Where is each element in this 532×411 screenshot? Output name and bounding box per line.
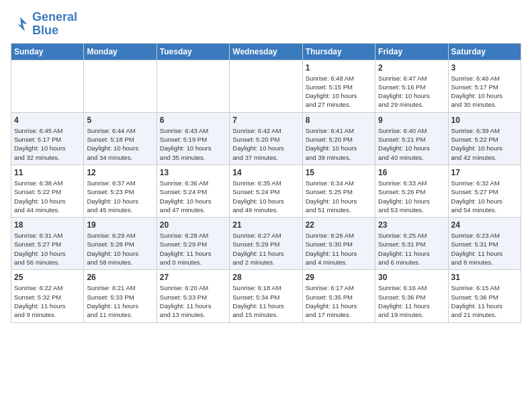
- day-info: Sunrise: 6:25 AM Sunset: 5:31 PM Dayligh…: [378, 231, 445, 267]
- calendar-week-row: 1Sunrise: 6:48 AM Sunset: 5:15 PM Daylig…: [11, 60, 521, 112]
- day-info: Sunrise: 6:28 AM Sunset: 5:29 PM Dayligh…: [160, 231, 226, 267]
- calendar-cell: 11Sunrise: 6:38 AM Sunset: 5:22 PM Dayli…: [11, 165, 84, 217]
- day-number: 9: [378, 116, 445, 125]
- calendar-cell: 18Sunrise: 6:31 AM Sunset: 5:27 PM Dayli…: [11, 218, 84, 270]
- day-number: 4: [14, 116, 81, 125]
- day-number: 16: [378, 168, 445, 177]
- day-number: 2: [378, 63, 445, 73]
- day-header-thursday: Thursday: [302, 43, 375, 60]
- day-info: Sunrise: 6:22 AM Sunset: 5:32 PM Dayligh…: [14, 283, 81, 319]
- day-info: Sunrise: 6:44 AM Sunset: 5:18 PM Dayligh…: [87, 126, 153, 162]
- calendar-table: SundayMondayTuesdayWednesdayThursdayFrid…: [11, 43, 521, 323]
- day-info: Sunrise: 6:40 AM Sunset: 5:21 PM Dayligh…: [378, 126, 445, 162]
- calendar-cell: 1Sunrise: 6:48 AM Sunset: 5:15 PM Daylig…: [302, 60, 375, 112]
- day-number: 5: [87, 116, 153, 125]
- day-info: Sunrise: 6:46 AM Sunset: 5:17 PM Dayligh…: [451, 74, 518, 109]
- day-info: Sunrise: 6:16 AM Sunset: 5:36 PM Dayligh…: [378, 283, 445, 319]
- day-info: Sunrise: 6:20 AM Sunset: 5:33 PM Dayligh…: [160, 283, 226, 319]
- svg-marker-0: [18, 17, 28, 31]
- day-number: 27: [160, 273, 226, 282]
- calendar-cell: 15Sunrise: 6:34 AM Sunset: 5:25 PM Dayli…: [302, 165, 375, 217]
- day-number: 31: [451, 273, 518, 282]
- calendar-cell: 20Sunrise: 6:28 AM Sunset: 5:29 PM Dayli…: [157, 218, 229, 270]
- calendar-cell: [230, 60, 302, 112]
- page-header: General Blue: [11, 11, 521, 38]
- day-header-friday: Friday: [375, 43, 448, 60]
- day-info: Sunrise: 6:43 AM Sunset: 5:19 PM Dayligh…: [160, 126, 226, 162]
- day-number: 29: [306, 273, 372, 282]
- calendar-cell: 16Sunrise: 6:33 AM Sunset: 5:26 PM Dayli…: [375, 165, 448, 217]
- day-info: Sunrise: 6:17 AM Sunset: 5:35 PM Dayligh…: [306, 283, 372, 319]
- day-number: 8: [306, 116, 372, 125]
- calendar-cell: 13Sunrise: 6:36 AM Sunset: 5:24 PM Dayli…: [157, 165, 229, 217]
- day-number: 28: [232, 273, 299, 282]
- calendar-cell: 26Sunrise: 6:21 AM Sunset: 5:33 PM Dayli…: [84, 270, 157, 322]
- day-number: 10: [451, 116, 518, 125]
- day-info: Sunrise: 6:18 AM Sunset: 5:34 PM Dayligh…: [232, 283, 299, 319]
- day-number: 24: [451, 220, 518, 230]
- day-header-sunday: Sunday: [11, 43, 84, 60]
- day-number: 22: [306, 220, 372, 230]
- calendar-cell: [84, 60, 157, 112]
- day-number: 6: [160, 116, 226, 125]
- calendar-week-row: 18Sunrise: 6:31 AM Sunset: 5:27 PM Dayli…: [11, 218, 521, 270]
- calendar-cell: [157, 60, 229, 112]
- day-header-monday: Monday: [84, 43, 157, 60]
- day-info: Sunrise: 6:39 AM Sunset: 5:22 PM Dayligh…: [451, 126, 518, 162]
- day-number: 18: [14, 220, 81, 230]
- day-info: Sunrise: 6:45 AM Sunset: 5:17 PM Dayligh…: [14, 126, 81, 162]
- calendar-cell: 10Sunrise: 6:39 AM Sunset: 5:22 PM Dayli…: [448, 112, 521, 165]
- day-header-tuesday: Tuesday: [157, 43, 229, 60]
- day-info: Sunrise: 6:36 AM Sunset: 5:24 PM Dayligh…: [160, 179, 226, 214]
- day-header-wednesday: Wednesday: [230, 43, 302, 60]
- logo-icon: [11, 15, 30, 34]
- calendar-cell: 6Sunrise: 6:43 AM Sunset: 5:19 PM Daylig…: [157, 112, 229, 165]
- day-number: 7: [232, 116, 299, 125]
- day-info: Sunrise: 6:48 AM Sunset: 5:15 PM Dayligh…: [306, 74, 372, 109]
- day-info: Sunrise: 6:21 AM Sunset: 5:33 PM Dayligh…: [87, 283, 153, 319]
- day-number: 19: [87, 220, 153, 230]
- calendar-cell: 17Sunrise: 6:32 AM Sunset: 5:27 PM Dayli…: [448, 165, 521, 217]
- day-info: Sunrise: 6:42 AM Sunset: 5:20 PM Dayligh…: [232, 126, 299, 162]
- calendar-cell: [11, 60, 84, 112]
- calendar-cell: 27Sunrise: 6:20 AM Sunset: 5:33 PM Dayli…: [157, 270, 229, 322]
- day-info: Sunrise: 6:47 AM Sunset: 5:16 PM Dayligh…: [378, 74, 445, 109]
- day-info: Sunrise: 6:26 AM Sunset: 5:30 PM Dayligh…: [306, 231, 372, 267]
- calendar-cell: 4Sunrise: 6:45 AM Sunset: 5:17 PM Daylig…: [11, 112, 84, 165]
- calendar-cell: 25Sunrise: 6:22 AM Sunset: 5:32 PM Dayli…: [11, 270, 84, 322]
- calendar-cell: 21Sunrise: 6:27 AM Sunset: 5:29 PM Dayli…: [230, 218, 302, 270]
- calendar-cell: 3Sunrise: 6:46 AM Sunset: 5:17 PM Daylig…: [448, 60, 521, 112]
- day-number: 25: [14, 273, 81, 282]
- day-info: Sunrise: 6:37 AM Sunset: 5:23 PM Dayligh…: [87, 179, 153, 214]
- calendar-cell: 9Sunrise: 6:40 AM Sunset: 5:21 PM Daylig…: [375, 112, 448, 165]
- day-number: 26: [87, 273, 153, 282]
- calendar-cell: 22Sunrise: 6:26 AM Sunset: 5:30 PM Dayli…: [302, 218, 375, 270]
- calendar-week-row: 4Sunrise: 6:45 AM Sunset: 5:17 PM Daylig…: [11, 112, 521, 165]
- calendar-cell: 14Sunrise: 6:35 AM Sunset: 5:24 PM Dayli…: [230, 165, 302, 217]
- day-number: 11: [14, 168, 81, 177]
- day-number: 14: [232, 168, 299, 177]
- day-info: Sunrise: 6:38 AM Sunset: 5:22 PM Dayligh…: [14, 179, 81, 214]
- day-info: Sunrise: 6:15 AM Sunset: 5:36 PM Dayligh…: [451, 283, 518, 319]
- logo-text: General Blue: [32, 11, 77, 38]
- calendar-cell: 5Sunrise: 6:44 AM Sunset: 5:18 PM Daylig…: [84, 112, 157, 165]
- day-number: 30: [378, 273, 445, 282]
- calendar-cell: 31Sunrise: 6:15 AM Sunset: 5:36 PM Dayli…: [448, 270, 521, 322]
- calendar-week-row: 25Sunrise: 6:22 AM Sunset: 5:32 PM Dayli…: [11, 270, 521, 322]
- day-number: 3: [451, 63, 518, 73]
- calendar-header-row: SundayMondayTuesdayWednesdayThursdayFrid…: [11, 43, 521, 60]
- calendar-cell: 28Sunrise: 6:18 AM Sunset: 5:34 PM Dayli…: [230, 270, 302, 322]
- day-info: Sunrise: 6:34 AM Sunset: 5:25 PM Dayligh…: [306, 179, 372, 214]
- day-number: 13: [160, 168, 226, 177]
- day-number: 23: [378, 220, 445, 230]
- day-number: 1: [306, 63, 372, 73]
- day-number: 12: [87, 168, 153, 177]
- day-info: Sunrise: 6:31 AM Sunset: 5:27 PM Dayligh…: [14, 231, 81, 267]
- calendar-cell: 2Sunrise: 6:47 AM Sunset: 5:16 PM Daylig…: [375, 60, 448, 112]
- calendar-cell: 29Sunrise: 6:17 AM Sunset: 5:35 PM Dayli…: [302, 270, 375, 322]
- logo: General Blue: [11, 11, 77, 38]
- calendar-week-row: 11Sunrise: 6:38 AM Sunset: 5:22 PM Dayli…: [11, 165, 521, 217]
- day-info: Sunrise: 6:35 AM Sunset: 5:24 PM Dayligh…: [232, 179, 299, 214]
- day-info: Sunrise: 6:33 AM Sunset: 5:26 PM Dayligh…: [378, 179, 445, 214]
- day-number: 15: [306, 168, 372, 177]
